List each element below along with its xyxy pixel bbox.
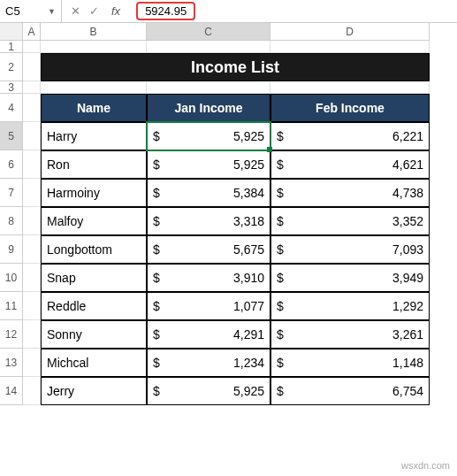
cell-feb[interactable]: $4,738 — [270, 179, 430, 207]
cell[interactable] — [23, 94, 41, 122]
row-header[interactable]: 1 — [0, 41, 23, 53]
col-header-c[interactable]: C — [147, 23, 270, 41]
currency-symbol: $ — [277, 157, 284, 172]
cell-feb[interactable]: $6,754 — [270, 377, 430, 405]
cell-feb[interactable]: $1,148 — [270, 349, 430, 377]
row-header[interactable]: 2 — [0, 53, 23, 81]
amount: 7,093 — [392, 242, 423, 257]
row-header[interactable]: 4 — [0, 94, 23, 122]
cell-jan[interactable]: $5,925 — [147, 122, 270, 150]
amount: 5,675 — [233, 242, 264, 257]
cell[interactable] — [147, 81, 270, 94]
grid-row: 11Reddle$1,077$1,292 — [0, 292, 457, 320]
cell[interactable] — [23, 292, 41, 320]
row-header[interactable]: 13 — [0, 349, 23, 377]
cell-name[interactable]: Ron — [41, 150, 147, 179]
cell-jan[interactable]: $4,291 — [147, 320, 270, 349]
col-header-b[interactable]: B — [41, 23, 147, 41]
cell[interactable] — [270, 41, 430, 53]
cell-feb[interactable]: $3,261 — [270, 320, 430, 349]
cell-jan[interactable]: $5,675 — [147, 235, 270, 264]
row-header[interactable]: 12 — [0, 320, 23, 349]
watermark: wsxdn.com — [401, 460, 450, 471]
currency-symbol: $ — [153, 327, 160, 342]
grid-row: 1 — [0, 41, 457, 53]
enter-icon[interactable]: ✓ — [89, 4, 99, 18]
cell[interactable] — [23, 320, 41, 349]
cell-feb[interactable]: $3,949 — [270, 264, 430, 292]
name-box-dropdown-icon[interactable]: ▼ — [48, 7, 56, 16]
cell[interactable] — [147, 41, 270, 53]
row-header[interactable]: 7 — [0, 179, 23, 207]
currency-symbol: $ — [153, 242, 160, 257]
currency-symbol: $ — [277, 271, 284, 285]
header-name[interactable]: Name — [41, 94, 147, 122]
cell-name[interactable]: Harmoiny — [41, 179, 147, 207]
column-headers: A B C D — [0, 23, 457, 41]
row-header[interactable]: 3 — [0, 81, 23, 94]
currency-symbol: $ — [277, 356, 284, 370]
formula-bar: C5 ▼ ✕ ✓ fx 5924.95 — [0, 0, 457, 23]
row-header[interactable]: 8 — [0, 207, 23, 235]
cell-name[interactable]: Longbottom — [41, 235, 147, 264]
cell[interactable] — [41, 81, 147, 94]
name-box[interactable]: C5 ▼ — [0, 0, 62, 22]
cell-feb[interactable]: $1,292 — [270, 292, 430, 320]
amount: 6,221 — [392, 129, 423, 143]
cell-feb[interactable]: $4,621 — [270, 150, 430, 179]
cell-feb[interactable]: $7,093 — [270, 235, 430, 264]
cell[interactable] — [23, 81, 41, 94]
cell-jan[interactable]: $1,234 — [147, 349, 270, 377]
cancel-icon[interactable]: ✕ — [71, 4, 80, 18]
cell[interactable] — [23, 41, 41, 53]
cell-feb[interactable]: $6,221 — [270, 122, 430, 150]
cell[interactable] — [23, 349, 41, 377]
cell-name[interactable]: Sonny — [41, 320, 147, 349]
cell-feb[interactable]: $3,352 — [270, 207, 430, 235]
cell[interactable] — [23, 264, 41, 292]
row-header[interactable]: 10 — [0, 264, 23, 292]
row-header[interactable]: 9 — [0, 235, 23, 264]
cell-jan[interactable]: $3,318 — [147, 207, 270, 235]
title-cell[interactable]: Income List — [41, 53, 430, 81]
select-all-corner[interactable] — [0, 23, 23, 41]
col-header-a[interactable]: A — [23, 23, 41, 41]
row-header[interactable]: 11 — [0, 292, 23, 320]
cell[interactable] — [23, 53, 41, 81]
row-header[interactable]: 5 — [0, 122, 23, 150]
cell-name[interactable]: Snap — [41, 264, 147, 292]
cell-jan[interactable]: $1,077 — [147, 292, 270, 320]
currency-symbol: $ — [153, 356, 160, 370]
row-header[interactable]: 6 — [0, 150, 23, 179]
cell-jan[interactable]: $5,925 — [147, 150, 270, 179]
cell[interactable] — [23, 207, 41, 235]
cell[interactable] — [23, 235, 41, 264]
header-feb[interactable]: Feb Income — [270, 94, 430, 122]
grid-row: 6Ron$5,925$4,621 — [0, 150, 457, 179]
cell-name[interactable]: Jerry — [41, 377, 147, 405]
grid-row: 4 Name Jan Income Feb Income — [0, 94, 457, 122]
cell[interactable] — [41, 41, 147, 53]
cell-name[interactable]: Harry — [41, 122, 147, 150]
cell-jan[interactable]: $5,384 — [147, 179, 270, 207]
cell-jan[interactable]: $3,910 — [147, 264, 270, 292]
cell-name[interactable]: Reddle — [41, 292, 147, 320]
col-header-d[interactable]: D — [270, 23, 430, 41]
cell-name[interactable]: Malfoy — [41, 207, 147, 235]
cell[interactable] — [23, 150, 41, 179]
currency-symbol: $ — [153, 299, 160, 313]
row-header[interactable]: 14 — [0, 377, 23, 405]
cell[interactable] — [23, 179, 41, 207]
header-jan[interactable]: Jan Income — [147, 94, 270, 122]
cell[interactable] — [23, 377, 41, 405]
grid-row: 10Snap$3,910$3,949 — [0, 264, 457, 292]
currency-symbol: $ — [277, 299, 284, 313]
cell-jan[interactable]: $5,925 — [147, 377, 270, 405]
cell-name[interactable]: Michcal — [41, 349, 147, 377]
formula-input[interactable]: 5924.95 — [129, 0, 457, 22]
cell[interactable] — [270, 81, 430, 94]
cell[interactable] — [23, 122, 41, 150]
fx-icon[interactable]: fx — [111, 4, 120, 18]
currency-symbol: $ — [277, 186, 284, 200]
grid-row: 14Jerry$5,925$6,754 — [0, 377, 457, 405]
